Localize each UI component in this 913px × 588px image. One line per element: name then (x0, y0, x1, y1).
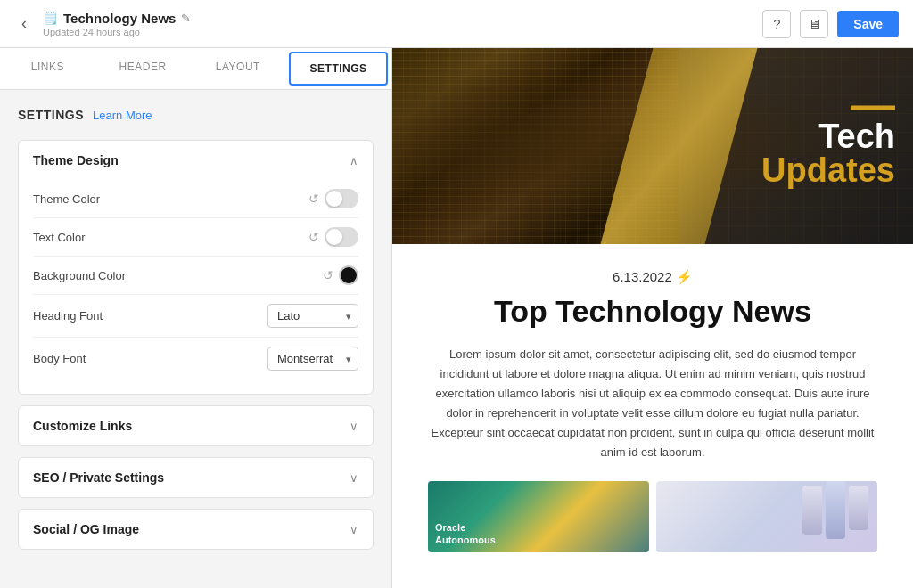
tab-header[interactable]: HEADER (95, 48, 191, 89)
tab-links[interactable]: LINKS (0, 48, 95, 89)
left-panel: LINKS HEADER LAYOUT SETTINGS SETTINGS Le… (0, 48, 392, 588)
heading-font-select-wrapper: Lato Montserrat Roboto Open Sans (267, 304, 358, 328)
heading-font-row: Heading Font Lato Montserrat Roboto Open… (33, 295, 358, 338)
theme-color-reset-icon[interactable]: ↺ (308, 192, 319, 206)
tab-nav: LINKS HEADER LAYOUT SETTINGS (0, 48, 391, 90)
body-font-control: Montserrat Lato Roboto Open Sans (267, 347, 358, 371)
tab-layout[interactable]: LAYOUT (191, 48, 286, 89)
background-color-reset-icon[interactable]: ↺ (323, 268, 333, 282)
theme-color-control: ↺ (308, 189, 358, 208)
hero-updates-text: Updates (761, 153, 895, 187)
heading-font-control: Lato Montserrat Roboto Open Sans (267, 304, 358, 328)
desktop-icon: 🖥 (808, 16, 821, 31)
main-content: LINKS HEADER LAYOUT SETTINGS SETTINGS Le… (0, 48, 913, 588)
social-og-section: Social / OG Image ∨ (18, 509, 374, 550)
back-button[interactable]: ‹ (14, 11, 34, 37)
background-color-swatch[interactable] (339, 265, 358, 285)
social-og-chevron-icon: ∨ (350, 523, 358, 536)
theme-design-title: Theme Design (33, 153, 119, 167)
body-font-select-wrapper: Montserrat Lato Roboto Open Sans (267, 347, 358, 371)
desktop-preview-button[interactable]: 🖥 (800, 10, 828, 38)
theme-design-section-header[interactable]: Theme Design ∧ (19, 141, 373, 180)
top-bar-right: ? 🖥 Save (762, 10, 899, 38)
preview-thumb-left: Oracle Autonomous (428, 481, 649, 552)
learn-more-link[interactable]: Learn More (93, 109, 152, 122)
preview-body-text: Lorem ipsum dolor sit amet, consectetur … (428, 345, 877, 463)
preview-hero: Tech Updates (392, 48, 913, 244)
page-title: Technology News (63, 11, 176, 26)
theme-color-toggle-knob (326, 191, 342, 207)
preview-thumb-left-label: Oracle Autonomous (435, 521, 496, 547)
phone-shape-1 (802, 486, 822, 535)
top-bar: ‹ 🗒️ Technology News ✎ Updated 24 hours … (0, 0, 913, 48)
customize-links-chevron-icon: ∨ (350, 420, 358, 433)
seo-private-section: SEO / Private Settings ∨ (18, 457, 374, 498)
theme-color-toggle[interactable] (325, 189, 358, 208)
tab-settings[interactable]: SETTINGS (289, 52, 388, 86)
save-button[interactable]: Save (837, 11, 899, 37)
text-color-row: Text Color ↺ (33, 218, 358, 257)
seo-private-chevron-icon: ∨ (350, 471, 358, 485)
hero-background: Tech Updates (392, 48, 913, 244)
preview-thumb-right (656, 481, 877, 552)
customize-links-title: Customize Links (33, 419, 132, 433)
background-color-row: Background Color ↺ (33, 257, 358, 295)
text-color-reset-icon[interactable]: ↺ (308, 230, 319, 244)
customize-links-section: Customize Links ∨ (18, 405, 374, 446)
preview-date: 6.13.2022 ⚡ (613, 269, 693, 285)
seo-private-header[interactable]: SEO / Private Settings ∨ (19, 458, 373, 497)
hero-text-area: Tech Updates (761, 106, 895, 187)
hero-accent-bar (851, 106, 895, 110)
heading-font-select[interactable]: Lato Montserrat Roboto Open Sans (267, 304, 358, 328)
preview-thumbs: Oracle Autonomous (428, 481, 877, 552)
phone-shape-3 (849, 486, 868, 530)
theme-color-row: Theme Color ↺ (33, 180, 358, 218)
text-color-toggle[interactable] (325, 227, 358, 247)
page-icon: 🗒️ (43, 11, 58, 25)
theme-color-label: Theme Color (33, 192, 100, 206)
heading-font-label: Heading Font (33, 309, 103, 323)
settings-content: SETTINGS Learn More Theme Design ∧ Theme… (0, 90, 391, 588)
social-og-header[interactable]: Social / OG Image ∨ (19, 510, 373, 549)
settings-header: SETTINGS Learn More (18, 108, 374, 122)
page-title-row: 🗒️ Technology News ✎ (43, 11, 191, 26)
background-color-control: ↺ (323, 265, 358, 285)
body-font-label: Body Font (33, 352, 86, 365)
theme-design-section: Theme Design ∧ Theme Color ↺ (18, 140, 374, 395)
body-font-select[interactable]: Montserrat Lato Roboto Open Sans (267, 347, 358, 371)
phone-shape-2 (826, 481, 845, 539)
background-color-label: Background Color (33, 269, 126, 282)
body-font-row: Body Font Montserrat Lato Roboto Open Sa… (33, 338, 358, 380)
preview-headline: Top Technology News (494, 294, 811, 329)
hero-tech-text: Tech (761, 119, 895, 153)
top-bar-left: ‹ 🗒️ Technology News ✎ Updated 24 hours … (14, 11, 191, 37)
customize-links-header[interactable]: Customize Links ∨ (19, 406, 373, 445)
right-preview: Tech Updates 6.13.2022 ⚡ Top Technology … (392, 48, 913, 588)
chevron-up-icon: ∧ (350, 154, 358, 167)
text-color-control: ↺ (308, 227, 358, 247)
page-subtitle: Updated 24 hours ago (43, 27, 191, 37)
social-og-title: Social / OG Image (33, 522, 139, 536)
seo-private-title: SEO / Private Settings (33, 470, 164, 485)
help-icon: ? (773, 16, 780, 31)
settings-title: SETTINGS (18, 108, 84, 122)
theme-design-body: Theme Color ↺ Text Color ↺ (19, 180, 373, 394)
page-title-area: 🗒️ Technology News ✎ Updated 24 hours ag… (43, 11, 191, 37)
help-button[interactable]: ? (762, 10, 791, 38)
edit-icon[interactable]: ✎ (181, 12, 191, 25)
phone-shapes (802, 486, 868, 539)
text-color-toggle-knob (326, 229, 342, 245)
text-color-label: Text Color (33, 231, 86, 244)
preview-body: 6.13.2022 ⚡ Top Technology News Lorem ip… (392, 244, 913, 588)
